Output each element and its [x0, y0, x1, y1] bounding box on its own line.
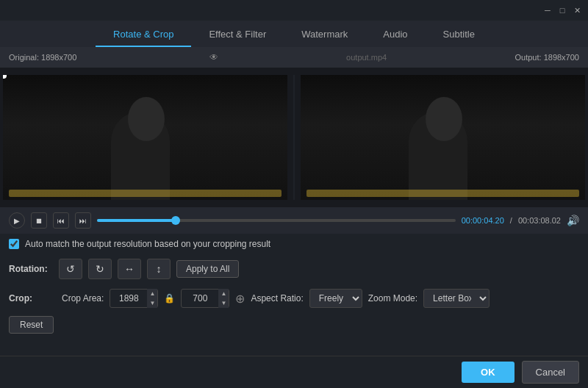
height-input-group: ▲ ▼ [181, 289, 229, 308]
total-time: 00:03:08.02 [518, 216, 561, 225]
tab-audio[interactable]: Audio [365, 23, 425, 47]
next-frame-button[interactable]: ⏭ [75, 212, 91, 229]
bottom-bar: OK Cancel [0, 356, 588, 388]
maximize-button[interactable]: □ [557, 5, 567, 15]
rotation-label: Rotation: [9, 264, 53, 274]
progress-thumb[interactable] [171, 216, 180, 225]
preview-area [0, 68, 588, 207]
ok-button[interactable]: OK [462, 362, 514, 383]
width-input-group: ▲ ▼ [110, 289, 158, 308]
preview-divider [293, 75, 295, 200]
crop-row: Crop: Crop Area: ▲ ▼ 🔒 ▲ ▼ ⊕ Aspect Rati… [9, 285, 579, 312]
video-frame-right [301, 75, 585, 200]
original-resolution: Original: 1898x700 [9, 53, 76, 62]
time-separator: / [510, 216, 512, 225]
filename-display: output.mp4 [346, 53, 387, 62]
lock-icon[interactable]: 🔒 [164, 293, 175, 303]
title-bar: ─ □ ✕ [0, 0, 588, 21]
width-input[interactable] [110, 293, 147, 303]
tab-rotate-crop[interactable]: Rotate & Crop [96, 23, 191, 47]
crop-area-label: Crop Area: [62, 293, 104, 303]
zoom-mode-label: Zoom Mode: [368, 293, 417, 303]
width-decrement[interactable]: ▼ [147, 298, 157, 308]
width-spinners: ▲ ▼ [147, 289, 157, 308]
info-bar: Original: 1898x700 👁 output.mp4 Output: … [0, 47, 588, 68]
preview-left [3, 75, 287, 200]
width-increment[interactable]: ▲ [147, 289, 157, 298]
stop-button[interactable]: ⏹ [31, 212, 47, 229]
progress-bar[interactable] [97, 219, 456, 222]
tab-effect-filter[interactable]: Effect & Filter [191, 23, 284, 47]
auto-match-row: Auto match the output resolution based o… [9, 235, 579, 253]
aspect-ratio-select[interactable]: Freely 16:9 4:3 1:1 9:16 [309, 289, 362, 308]
height-spinners: ▲ ▼ [218, 289, 229, 308]
window-controls: ─ □ ✕ [542, 5, 582, 15]
center-crop-icon[interactable]: ⊕ [235, 292, 245, 306]
auto-match-checkbox[interactable] [9, 239, 19, 249]
tab-watermark[interactable]: Watermark [284, 23, 365, 47]
auto-match-label: Auto match the output resolution based o… [25, 239, 270, 249]
height-decrement[interactable]: ▼ [218, 298, 229, 308]
apply-to-all-button[interactable]: Apply to All [176, 260, 239, 278]
output-resolution: Output: 1898x700 [515, 53, 579, 62]
zoom-mode-select[interactable]: Letter Box Pan & Scan Full [423, 289, 490, 308]
reset-button[interactable]: Reset [9, 316, 54, 334]
rotate-ccw-button[interactable]: ↺ [59, 259, 82, 279]
eye-icon[interactable]: 👁 [209, 52, 218, 62]
progress-fill [97, 219, 176, 222]
prev-frame-button[interactable]: ⏮ [53, 212, 69, 229]
height-input[interactable] [182, 293, 218, 303]
volume-icon[interactable]: 🔊 [567, 215, 579, 226]
preview-right [301, 75, 585, 200]
playback-bar: ▶ ⏹ ⏮ ⏭ 00:00:04.20 / 00:03:08.02 🔊 [0, 207, 588, 234]
rotate-cw-button[interactable]: ↻ [88, 259, 112, 279]
current-time: 00:00:04.20 [462, 216, 504, 225]
crop-label: Crop: [9, 293, 53, 303]
tab-bar: Rotate & Crop Effect & Filter Watermark … [0, 21, 588, 47]
video-frame-left [3, 75, 287, 200]
rotation-row: Rotation: ↺ ↻ ↔ ↕ Apply to All [9, 256, 579, 282]
cancel-button[interactable]: Cancel [522, 361, 579, 384]
close-button[interactable]: ✕ [572, 5, 582, 15]
flip-h-button[interactable]: ↔ [118, 259, 141, 279]
minimize-button[interactable]: ─ [542, 5, 553, 15]
flip-v-button[interactable]: ↕ [147, 259, 171, 279]
aspect-ratio-label: Aspect Ratio: [251, 293, 303, 303]
tab-subtitle[interactable]: Subtitle [426, 23, 492, 47]
play-button[interactable]: ▶ [9, 212, 25, 229]
height-increment[interactable]: ▲ [218, 289, 229, 298]
controls-section: Rotation: ↺ ↻ ↔ ↕ Apply to All Crop: Cro… [0, 256, 588, 334]
reset-row: Reset [9, 316, 579, 334]
